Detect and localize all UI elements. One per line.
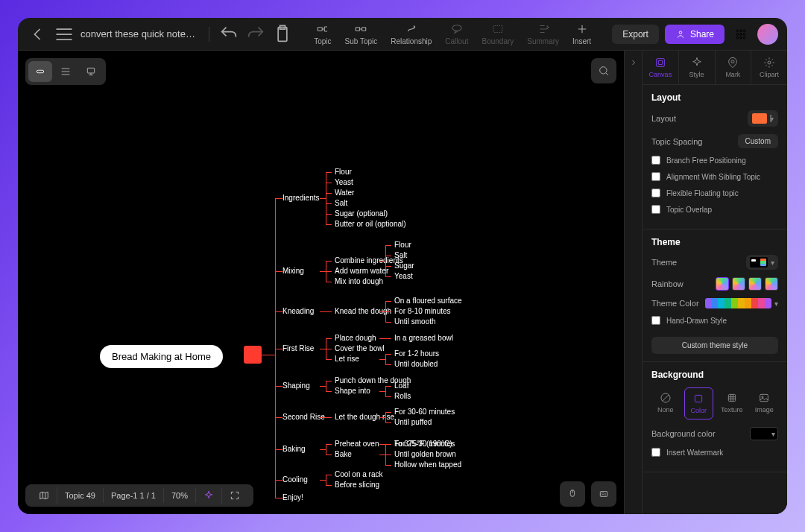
mindmap-node[interactable]: Enjoy! [282,493,303,501]
document-title[interactable]: convert these quick notes ... [80,28,200,39]
mindmap-node[interactable]: Add warm water [335,267,388,275]
check-branch-free[interactable] [651,156,660,165]
page-indicator[interactable]: Page-1 1 / 1 [104,488,164,503]
apps-button[interactable] [730,24,751,45]
mindmap-node[interactable]: Loaf [394,381,408,390]
mindmap-node[interactable]: Flour [335,168,352,176]
check-flexible[interactable] [651,189,660,197]
zoom-level[interactable]: 70% [164,488,196,503]
bgcolor-swatch[interactable]: ▾ [750,427,778,440]
mindmap-node[interactable]: Until golden brown [394,450,456,458]
clipboard-button[interactable] [272,24,293,45]
mindmap-node[interactable]: Kneading [282,307,314,315]
tool-callout: Callout [445,22,468,45]
avatar[interactable] [757,24,778,45]
layout-icon [752,113,767,124]
tool-subtopic[interactable]: Sub Topic [345,22,378,45]
panel-collapse-button[interactable] [624,51,642,514]
mindmap-node[interactable]: Cover the bowl [335,344,385,352]
mindmap-node[interactable]: Hollow when tapped [394,460,461,469]
spacing-custom-button[interactable]: Custom [738,134,778,148]
bg-texture[interactable]: Texture [718,387,746,419]
mindmap-node[interactable]: Butter or oil (optional) [335,220,406,228]
menu-button[interactable] [54,24,75,45]
map-icon[interactable] [31,487,57,504]
mindmap-canvas[interactable]: Bread Making at Home IngredientsFlourYea… [18,51,624,514]
mindmap-node[interactable]: Sugar [394,262,414,270]
tab-mark[interactable]: Mark [716,51,752,84]
rainbow-option[interactable] [732,277,745,291]
mindmap-node[interactable]: In a greased bowl [394,334,453,342]
mindmap-node[interactable]: Sugar (optional) [335,209,388,218]
tab-style[interactable]: Style [679,51,716,84]
topic-count[interactable]: Topic 49 [57,488,104,503]
mindmap-node[interactable]: Let rise [335,355,359,363]
mindmap-node[interactable]: Flour [394,241,411,249]
tab-canvas[interactable]: Canvas [643,51,679,84]
rainbow-option[interactable] [748,277,762,291]
mindmap-node[interactable]: Place dough [335,334,376,342]
share-button[interactable]: Share [665,25,724,44]
mindmap-node[interactable]: Baking [282,445,306,453]
mindmap-node[interactable]: Preheat oven [335,440,379,448]
redo-button[interactable] [245,24,266,45]
mindmap-node[interactable]: Salt [335,199,347,207]
tool-insert[interactable]: Insert [572,22,591,45]
export-button[interactable]: Export [612,25,659,44]
check-handdrawn[interactable] [651,316,660,325]
theme-select[interactable]: ▾ [746,255,778,270]
canvas-area[interactable]: Bread Making at Home IngredientsFlourYea… [18,51,624,514]
mindmap-node[interactable]: For 1-2 hours [394,349,439,358]
view-present[interactable] [79,61,103,82]
mindmap-node[interactable]: First Rise [282,344,314,352]
mindmap-node[interactable]: Cool on a rack [335,470,382,478]
mindmap-node[interactable]: Yeast [335,178,353,186]
tool-relationship[interactable]: Relationship [391,22,432,45]
mindmap-node[interactable]: Yeast [394,272,413,280]
mouse-mode-button[interactable] [560,481,585,507]
mindmap-node[interactable]: On a floured surface [394,297,462,305]
mindmap-node[interactable]: Rolls [394,392,411,400]
mindmap-root-handle[interactable] [244,346,262,364]
rainbow-option[interactable] [716,277,729,291]
bg-color[interactable]: Color [684,387,714,419]
mindmap-node[interactable]: Salt [394,251,407,259]
mindmap-node[interactable]: Until puffed [394,418,432,426]
mindmap-node[interactable]: Water [335,189,354,197]
mindmap-node[interactable]: Shape into [335,387,370,395]
rainbow-option[interactable] [765,277,778,291]
tab-clipart[interactable]: Clipart [751,51,787,84]
fullscreen-icon[interactable] [222,487,247,504]
check-alignment[interactable] [651,172,660,181]
mindmap-node[interactable]: Cooling [282,475,308,484]
fit-button[interactable]: Fn [591,481,616,507]
layout-select[interactable]: ▾ [748,110,778,127]
ai-icon[interactable] [196,487,222,504]
mindmap-node[interactable]: Before slicing [335,481,379,489]
mindmap-node[interactable]: Ingredients [282,194,319,202]
search-button[interactable] [591,58,616,83]
view-mindmap[interactable] [28,61,52,82]
mindmap-node[interactable]: Second Rise [282,413,325,421]
undo-button[interactable] [218,24,239,45]
mindmap-node[interactable]: Mixing [282,267,304,275]
mindmap-node[interactable]: Combine ingredients [335,256,403,265]
bg-none[interactable]: None [651,387,680,419]
view-outline[interactable] [54,61,78,82]
mindmap-node[interactable]: For 30-60 minutes [394,408,455,416]
theme-color-strip[interactable] [705,298,771,308]
mindmap-node[interactable]: Bake [335,450,352,458]
mindmap-node[interactable]: Shaping [282,381,310,390]
check-watermark[interactable] [651,448,660,457]
back-button[interactable] [27,24,48,45]
mindmap-node[interactable]: Until smooth [394,317,436,326]
mindmap-node[interactable]: For 25-30 minutes [394,440,455,448]
tool-topic[interactable]: Topic [314,22,331,45]
check-overlap[interactable] [651,205,660,214]
mindmap-root[interactable]: Bread Making at Home [100,345,223,368]
mindmap-node[interactable]: Mix into dough [335,277,383,285]
mindmap-node[interactable]: For 8-10 minutes [394,307,451,315]
bg-image[interactable]: Image [751,387,779,419]
mindmap-node[interactable]: Until doubled [394,360,438,368]
custom-theme-button[interactable]: Custom theme style [651,337,778,354]
